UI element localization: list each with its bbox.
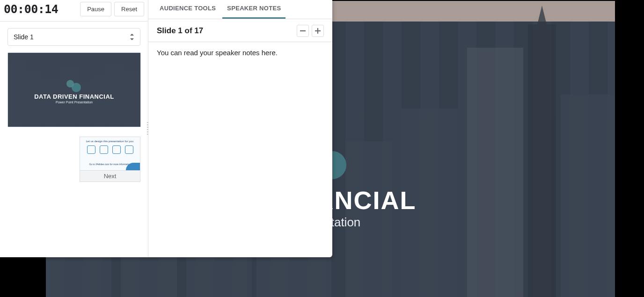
next-label: Next — [80, 171, 140, 182]
notes-slide-counter: Slide 1 of 17 — [157, 26, 203, 36]
notes-zoom-out-button[interactable] — [297, 25, 309, 37]
current-slide-thumbnail[interactable]: DATA DRIVEN FINANCIAL Power Point Presen… — [7, 52, 141, 127]
pause-button[interactable]: Pause — [80, 2, 111, 16]
presenter-left-pane: 00:00:14 Pause Reset Slide 1 DATA DRIVEN… — [0, 0, 148, 257]
thumb-subtitle: Power Point Presentation — [56, 101, 93, 104]
next-slide-block: Let us design this presentation for you.… — [80, 137, 140, 182]
speaker-notes-body: You can read your speaker notes here. — [148, 42, 332, 257]
slide-select-dropdown[interactable]: Slide 1 — [7, 28, 140, 46]
presenter-tabs: AUDIENCE TOOLS SPEAKER NOTES — [148, 0, 332, 19]
next-slide-thumbnail[interactable]: Let us design this presentation for you.… — [80, 137, 140, 171]
pane-resize-grip[interactable] — [147, 122, 148, 135]
tab-audience-tools[interactable]: AUDIENCE TOOLS — [155, 0, 220, 19]
speaker-notes-header: Slide 1 of 17 — [148, 19, 332, 42]
plus-icon — [315, 28, 321, 34]
thumb-title: DATA DRIVEN FINANCIAL — [34, 93, 114, 100]
thumb-graphic-circles — [66, 80, 82, 92]
notes-zoom-in-button[interactable] — [312, 25, 324, 37]
elapsed-timer: 00:00:14 — [4, 2, 77, 16]
select-updown-icon — [130, 34, 134, 40]
reset-button[interactable]: Reset — [114, 2, 144, 16]
timer-row: 00:00:14 Pause Reset — [0, 0, 148, 22]
presenter-view-panel: 00:00:14 Pause Reset Slide 1 DATA DRIVEN… — [0, 0, 332, 257]
tab-speaker-notes[interactable]: SPEAKER NOTES — [222, 0, 285, 19]
next-thumb-line1: Let us design this presentation for you. — [80, 140, 140, 143]
presenter-right-pane: AUDIENCE TOOLS SPEAKER NOTES Slide 1 of … — [148, 0, 332, 257]
notes-zoom-controls — [297, 25, 324, 37]
minus-icon — [300, 30, 306, 31]
next-thumb-icon-row — [85, 145, 135, 154]
slide-select-label: Slide 1 — [14, 33, 34, 41]
